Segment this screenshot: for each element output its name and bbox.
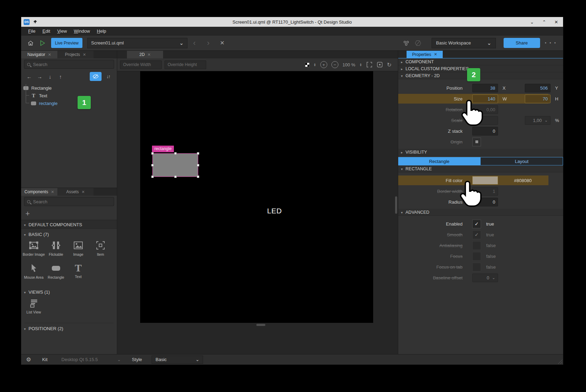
forward-icon[interactable]: ›: [201, 39, 215, 48]
close-tab-icon[interactable]: ✕: [147, 52, 151, 57]
section-local-custom-properties[interactable]: LOCAL CUSTOM PROPERTIES: [398, 65, 563, 72]
tree-item-text[interactable]: T Text: [21, 92, 117, 99]
add-module-icon[interactable]: +: [25, 209, 30, 218]
component-item[interactable]: Item: [89, 240, 112, 262]
resize-handle[interactable]: [151, 175, 154, 178]
resize-handle[interactable]: [151, 164, 154, 166]
live-preview-button[interactable]: Live Preview: [51, 38, 82, 48]
section-geometry-2d[interactable]: GEOMETRY - 2D: [398, 72, 563, 79]
close-tab-icon[interactable]: ✕: [81, 190, 85, 194]
tab-2d[interactable]: 2D ✕: [127, 51, 163, 58]
move-up-icon[interactable]: ↑: [56, 74, 65, 80]
background-color-icon[interactable]: [305, 63, 310, 67]
tab-projects[interactable]: Projects ✕: [57, 51, 94, 58]
resize-handle[interactable]: [197, 175, 199, 178]
resize-handle[interactable]: [174, 152, 177, 155]
tab-rectangle[interactable]: Rectangle: [398, 157, 480, 165]
link-nodes-icon[interactable]: [400, 38, 412, 48]
fit-to-screen-icon[interactable]: [366, 62, 372, 68]
component-image[interactable]: Image: [67, 240, 89, 262]
horizontal-scrollbar[interactable]: [256, 324, 265, 326]
tab-navigator[interactable]: Navigator ✕: [21, 51, 57, 58]
fill-color-hex[interactable]: #808080: [514, 178, 532, 183]
frame-selection-icon[interactable]: [377, 62, 383, 68]
share-button[interactable]: Share: [504, 38, 540, 48]
component-rectangle[interactable]: Rectangle: [45, 263, 67, 285]
position-x-field[interactable]: 38: [472, 84, 498, 92]
navigator-search-input[interactable]: [33, 62, 111, 67]
menu-view[interactable]: View: [54, 28, 70, 34]
tab-assets[interactable]: Assets ✕: [57, 188, 94, 196]
style-selector[interactable]: Basic ⌄: [152, 356, 203, 364]
qml-scene[interactable]: LED rectangle: [140, 71, 373, 323]
zoom-out-icon[interactable]: −: [331, 61, 338, 68]
gear-icon[interactable]: ⚙: [26, 356, 31, 363]
move-down-icon[interactable]: ↓: [46, 74, 55, 80]
maximize-icon[interactable]: ⌃: [542, 19, 546, 25]
open-file-selector[interactable]: Screen01.ui.qml ⌄: [87, 38, 187, 48]
run-project-icon[interactable]: [37, 38, 48, 48]
components-search[interactable]: [24, 197, 114, 206]
section-basic[interactable]: BASIC (7): [21, 229, 117, 239]
size-h-field[interactable]: 70: [525, 95, 551, 103]
tree-item-root-rectangle[interactable]: Rectangle: [21, 84, 117, 92]
menu-window[interactable]: Window: [70, 28, 93, 34]
zoom-in-icon[interactable]: +: [320, 61, 327, 68]
component-mouse-area[interactable]: Mouse Area: [23, 263, 45, 285]
more-options-icon[interactable]: • • •: [545, 41, 557, 46]
menu-help[interactable]: Help: [94, 28, 110, 34]
stepper-icon[interactable]: ▲▼: [314, 63, 316, 66]
canvas-area[interactable]: LED rectangle: [117, 71, 398, 354]
tab-components[interactable]: Components ✕: [21, 188, 57, 196]
minimize-icon[interactable]: ⌄: [530, 19, 534, 25]
close-tab-icon[interactable]: ✕: [83, 52, 86, 57]
resize-handle[interactable]: [174, 175, 177, 178]
section-component[interactable]: COMPONENT: [398, 58, 563, 65]
selected-rectangle[interactable]: rectangle: [152, 153, 198, 177]
close-document-icon[interactable]: ✕: [215, 40, 229, 46]
workspace-selector[interactable]: Basic Workspace ⌄: [432, 38, 496, 48]
scale-dropdown[interactable]: 1,00 ⌄: [525, 116, 551, 125]
resize-handle[interactable]: [151, 152, 154, 155]
resize-handle[interactable]: [197, 164, 199, 166]
tab-layout[interactable]: Layout: [480, 157, 563, 165]
focus-checkbox[interactable]: [472, 252, 481, 261]
scene-text-led[interactable]: LED: [267, 207, 282, 215]
override-height-input[interactable]: [164, 60, 206, 69]
reverse-order-icon[interactable]: ↓↑: [103, 74, 113, 79]
close-tab-icon[interactable]: ✕: [48, 52, 51, 57]
menu-file[interactable]: File: [25, 28, 39, 34]
close-tab-icon[interactable]: ✕: [434, 52, 437, 57]
section-default-components[interactable]: DEFAULT COMPONENTS: [21, 220, 117, 229]
navigator-search[interactable]: [24, 60, 114, 69]
origin-selector[interactable]: [472, 138, 481, 146]
focus-on-tab-checkbox[interactable]: [472, 263, 481, 271]
component-list-view[interactable]: List View: [23, 298, 45, 319]
menu-edit[interactable]: Edit: [39, 28, 54, 34]
section-rectangle[interactable]: RECTANGLE: [398, 165, 563, 172]
section-visibility[interactable]: VISIBILITY: [398, 149, 563, 156]
close-tab-icon[interactable]: ✕: [51, 190, 54, 194]
enabled-checkbox[interactable]: [472, 220, 481, 228]
components-search-input[interactable]: [33, 199, 111, 204]
resize-grip[interactable]: [557, 359, 562, 364]
smooth-checkbox[interactable]: [472, 230, 481, 239]
section-positioner[interactable]: POSITIONER (2): [21, 323, 117, 334]
tab-properties[interactable]: Properties ✕: [407, 51, 443, 58]
home-icon[interactable]: [25, 38, 37, 48]
section-views[interactable]: VIEWS (1): [21, 287, 117, 297]
edit-annotation-icon[interactable]: [412, 38, 424, 48]
component-border-image[interactable]: Border Image: [23, 240, 45, 262]
move-right-icon[interactable]: →: [35, 74, 44, 80]
component-flickable[interactable]: Flickable: [45, 240, 67, 262]
tree-item-rectangle[interactable]: rectangle: [21, 99, 117, 107]
vertical-scrollbar[interactable]: [395, 196, 397, 214]
override-width-input[interactable]: [120, 60, 162, 69]
position-y-field[interactable]: 506: [525, 84, 551, 92]
close-window-icon[interactable]: ✕: [554, 19, 558, 25]
reset-view-icon[interactable]: ↻: [387, 62, 392, 68]
move-left-icon[interactable]: ←: [25, 74, 34, 80]
component-text[interactable]: T Text: [67, 263, 89, 285]
baseline-offset-dropdown[interactable]: 0 ⌄: [472, 273, 498, 282]
stepper-icon[interactable]: ▲▼: [360, 63, 362, 66]
